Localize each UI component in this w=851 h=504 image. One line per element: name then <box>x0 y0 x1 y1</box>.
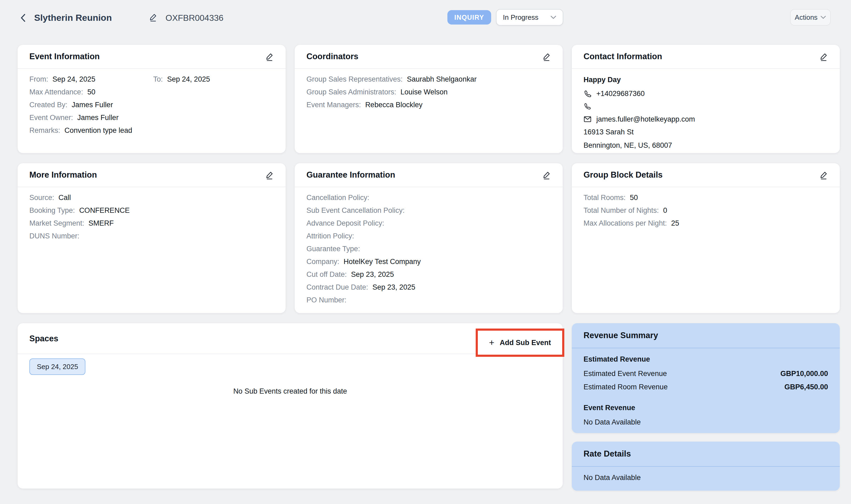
field-label: Max Allocations per Night: <box>584 220 667 227</box>
field-row: Company: HotelKey Test Company <box>307 258 551 266</box>
event-revenue-heading: Event Revenue <box>584 404 828 412</box>
field-value: 0 <box>663 207 667 214</box>
contact-email[interactable]: james.fuller@hotelkeyapp.com <box>596 115 695 123</box>
field-row: Max Attendance: 50 <box>29 89 274 96</box>
field-row: Source: Call <box>29 194 274 202</box>
add-sub-event-label: Add Sub Event <box>500 339 551 347</box>
guarantee-information-card: Guarantee Information Cancellation Polic… <box>295 163 563 313</box>
event-detail-page: Slytherin Reunion OXFBR004336 INQUIRY In… <box>0 0 851 504</box>
field-value: Sep 23, 2025 <box>372 284 415 291</box>
revenue-value: GBP6,450.00 <box>784 383 828 391</box>
field-label: Event Owner: <box>29 114 73 122</box>
card-header: Coordinators <box>295 45 563 69</box>
edit-icon[interactable] <box>819 52 828 61</box>
field-row: Remarks: Convention type lead <box>29 127 274 134</box>
field-label: Event Managers: <box>307 101 361 109</box>
actions-button[interactable]: Actions <box>790 9 831 25</box>
field-label: Max Attendance: <box>29 89 83 96</box>
event-code: OXFBR004336 <box>166 13 223 23</box>
edit-icon[interactable] <box>542 52 551 61</box>
field-row: Guarantee Type: <box>307 245 551 253</box>
card-header: Guarantee Information <box>295 163 563 187</box>
field-row: Advance Deposit Policy: <box>307 220 551 227</box>
edit-icon[interactable] <box>265 52 274 61</box>
card-title: Guarantee Information <box>307 170 395 180</box>
contact-phone[interactable]: +14029687360 <box>596 90 645 97</box>
revenue-row: Estimated Room Revenue GBP6,450.00 <box>584 383 828 391</box>
chevron-down-icon <box>821 16 826 19</box>
field-label: Total Number of Nights: <box>584 207 659 214</box>
field-value: Convention type lead <box>65 127 133 134</box>
top-header: Slytherin Reunion OXFBR004336 INQUIRY In… <box>0 0 851 35</box>
revenue-value: GBP10,000.00 <box>780 370 828 378</box>
field-label: Contract Due Date: <box>307 284 368 291</box>
field-value: James Fuller <box>77 114 119 122</box>
panel-header: Rate Details <box>572 442 840 467</box>
date-tab[interactable]: Sep 24, 2025 <box>29 358 86 375</box>
field-row: Total Number of Nights: 0 <box>584 207 828 214</box>
card-header: Group Block Details <box>572 163 840 187</box>
field-value: Sep 24, 2025 <box>53 76 95 83</box>
field-value: 50 <box>630 194 638 202</box>
field-value: Sep 23, 2025 <box>351 271 394 278</box>
card-title: More Information <box>29 170 97 180</box>
phone-row-secondary <box>584 103 828 110</box>
card-title: Group Block Details <box>584 170 662 180</box>
group-block-details-card: Group Block Details Total Rooms: 50 Tota… <box>572 163 840 313</box>
field-label: Created By: <box>29 101 68 109</box>
card-header: Contact Information <box>572 45 840 69</box>
revenue-label: Estimated Room Revenue <box>584 383 667 391</box>
contact-name: Happy Day <box>584 76 828 84</box>
field-label: Cancellation Policy: <box>307 194 369 202</box>
field-label: Total Rooms: <box>584 194 626 202</box>
field-label: Group Sales Administrators: <box>307 89 396 96</box>
email-row: james.fuller@hotelkeyapp.com <box>584 115 828 123</box>
field-label: PO Number: <box>307 296 347 304</box>
field-row: Group Sales Representatives: Saurabh She… <box>307 76 551 83</box>
status-dropdown[interactable]: In Progress <box>496 9 563 25</box>
field-value: James Fuller <box>72 101 113 109</box>
edit-icon[interactable] <box>265 170 274 179</box>
field-label: To: <box>153 76 163 83</box>
field-label: Remarks: <box>29 127 60 134</box>
estimated-revenue-heading: Estimated Revenue <box>584 355 828 363</box>
back-icon[interactable] <box>20 14 29 22</box>
contact-address-line2: Bennington, NE, US, 68007 <box>584 141 828 149</box>
field-row: PO Number: <box>307 296 551 304</box>
revenue-summary-panel: Revenue Summary Estimated Revenue Estima… <box>572 323 840 433</box>
field-label: From: <box>29 76 48 83</box>
field-row: Event Owner: James Fuller <box>29 114 274 122</box>
field-label: Market Segment: <box>29 220 84 227</box>
field-label: Group Sales Representatives: <box>307 76 402 83</box>
field-label: Advance Deposit Policy: <box>307 220 384 227</box>
edit-icon[interactable] <box>819 170 828 179</box>
field-value: Call <box>58 194 71 202</box>
rate-details-panel: Rate Details No Data Available <box>572 442 840 491</box>
field-row: Attrition Policy: <box>307 233 551 240</box>
envelope-icon <box>584 115 592 123</box>
field-value: Rebecca Blockley <box>365 101 422 109</box>
phone-icon <box>584 90 592 97</box>
field-value: Louise Welson <box>400 89 448 96</box>
contact-information-card: Contact Information Happy Day +140296873… <box>572 45 840 153</box>
field-row: Sub Event Cancellation Policy: <box>307 207 551 214</box>
phone-row: +14029687360 <box>584 90 828 97</box>
contact-address-line1: 16913 Sarah St <box>584 128 828 136</box>
add-sub-event-button[interactable]: + Add Sub Event <box>486 338 554 348</box>
more-information-card: More Information Source: Call Booking Ty… <box>18 163 285 313</box>
panel-header: Revenue Summary <box>572 323 840 348</box>
card-title: Event Information <box>29 52 100 61</box>
field-value: SMERF <box>89 220 114 227</box>
event-information-card: Event Information From: Sep 24, 2025 To:… <box>18 45 285 153</box>
field-value: CONFERENCE <box>79 207 130 214</box>
edit-title-icon[interactable] <box>149 13 157 22</box>
field-row: Contract Due Date: Sep 23, 2025 <box>307 284 551 291</box>
field-row: Booking Type: CONFERENCE <box>29 207 274 214</box>
phone-icon <box>584 103 592 110</box>
edit-icon[interactable] <box>542 170 551 179</box>
field-row: Total Rooms: 50 <box>584 194 828 202</box>
no-data-message: No Data Available <box>584 473 828 482</box>
card-header: More Information <box>18 163 285 187</box>
card-header: Event Information <box>18 45 285 69</box>
chevron-down-icon <box>551 16 556 19</box>
